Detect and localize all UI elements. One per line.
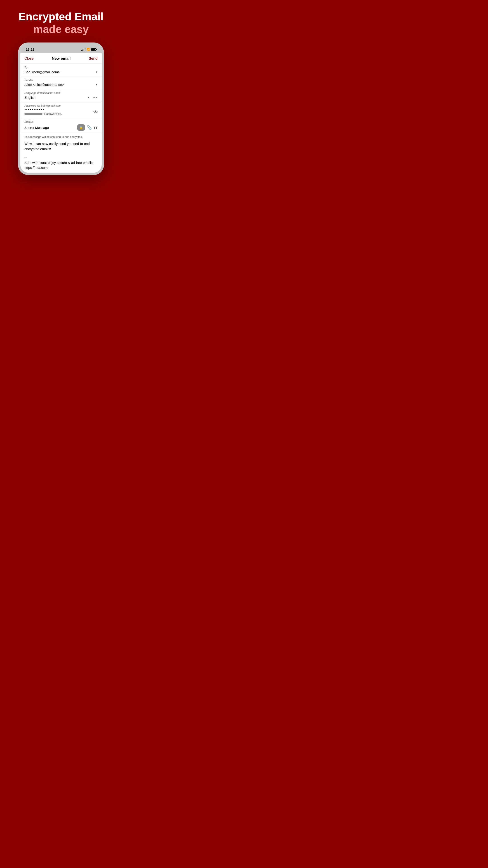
notch xyxy=(47,45,74,50)
password-value[interactable]: ●●●●●●●●●●● xyxy=(24,108,94,111)
send-button[interactable]: Send xyxy=(89,57,98,61)
status-bar: 16:28 📶 xyxy=(20,45,102,53)
font-size-icon[interactable]: TT xyxy=(94,126,98,129)
lock-icon[interactable]: 🔒 xyxy=(77,124,85,131)
encryption-notice: This message will be sent end-to-end enc… xyxy=(24,135,98,138)
battery-icon xyxy=(91,48,96,51)
email-signature: --Sent with Tuta; enjoy secure & ad-free… xyxy=(24,155,98,170)
body-text[interactable]: Wow, I can now easily send you end-to-en… xyxy=(24,141,98,151)
signal-icon xyxy=(81,48,86,51)
chevron-down-icon[interactable]: ▼ xyxy=(88,96,90,99)
language-label: Language of notification email xyxy=(24,91,98,94)
subject-actions: 🔒 📎 TT xyxy=(77,124,98,131)
to-row: Bob <bob@gmail.com> ▼ xyxy=(24,70,98,74)
subject-value[interactable]: Secret Message xyxy=(24,126,77,129)
language-row: English ▼ ••• xyxy=(24,95,98,99)
password-row: ●●●●●●●●●●● Password ok. 👁 xyxy=(24,108,98,116)
attach-icon[interactable]: 📎 xyxy=(87,125,92,130)
nav-bar: Close New email Send xyxy=(20,53,102,64)
sender-label: Sender xyxy=(24,79,98,82)
email-compose: Close New email Send To Bob <bob@gmail.c… xyxy=(20,53,102,173)
to-field: To Bob <bob@gmail.com> ▼ xyxy=(20,64,102,76)
password-label: Password for bob@gmail.com xyxy=(24,104,98,107)
status-time: 16:28 xyxy=(26,48,34,51)
chevron-down-icon[interactable]: ▼ xyxy=(95,71,98,73)
signature-text: --Sent with Tuta; enjoy secure & ad-free… xyxy=(24,156,94,169)
hero-line2: made easy xyxy=(19,23,103,36)
compose-title: New email xyxy=(52,56,70,61)
subject-label: Subject xyxy=(24,120,98,123)
language-value[interactable]: English xyxy=(24,96,88,99)
phone-mockup: 16:28 📶 xyxy=(18,42,104,175)
language-field: Language of notification email English ▼… xyxy=(20,89,102,102)
phone-wrapper: 16:28 📶 xyxy=(0,42,122,217)
to-value[interactable]: Bob <bob@gmail.com> xyxy=(24,70,95,74)
subject-field: Subject Secret Message 🔒 📎 TT xyxy=(20,118,102,133)
email-body: This message will be sent end-to-end enc… xyxy=(20,133,102,173)
eye-icon[interactable]: 👁 xyxy=(94,110,98,114)
close-button[interactable]: Close xyxy=(24,57,34,61)
to-label: To xyxy=(24,66,98,69)
status-icons: 📶 xyxy=(81,48,96,51)
password-field: Password for bob@gmail.com ●●●●●●●●●●● P… xyxy=(20,102,102,118)
password-ok-text: Password ok. xyxy=(44,112,62,116)
chevron-down-icon[interactable]: ▼ xyxy=(95,84,98,86)
strength-bar xyxy=(24,113,42,115)
sender-row: Alice <alice@tutanota.de> ▼ xyxy=(24,83,98,87)
phone-screen: 16:28 📶 xyxy=(20,45,102,173)
wifi-icon: 📶 xyxy=(87,48,90,51)
hero-line1: Encrypted Email xyxy=(19,11,103,23)
subject-row: Secret Message 🔒 📎 TT xyxy=(24,124,98,131)
more-options-icon[interactable]: ••• xyxy=(92,95,98,99)
language-actions: ▼ ••• xyxy=(88,95,98,99)
sender-field: Sender Alice <alice@tutanota.de> ▼ xyxy=(20,76,102,89)
sender-value[interactable]: Alice <alice@tutanota.de> xyxy=(24,83,95,87)
hero-section: Encrypted Email made easy xyxy=(9,0,112,42)
password-strength-row: Password ok. xyxy=(24,112,94,116)
